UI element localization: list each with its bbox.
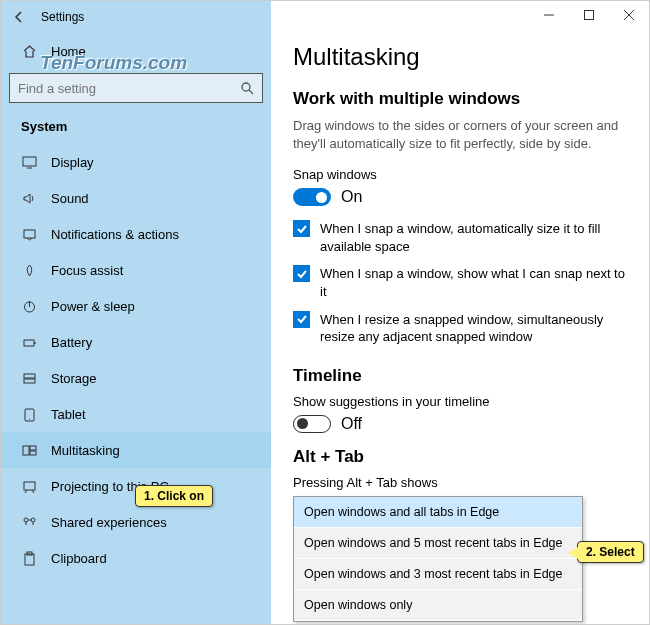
svg-rect-15 xyxy=(30,451,36,455)
shared-icon xyxy=(21,514,37,530)
alttab-label: Pressing Alt + Tab shows xyxy=(293,475,627,490)
snap-toggle-state: On xyxy=(341,188,362,206)
snap-checkbox-2[interactable] xyxy=(293,311,310,328)
snap-description: Drag windows to the sides or corners of … xyxy=(293,117,627,153)
svg-rect-13 xyxy=(23,446,29,455)
minimize-button[interactable] xyxy=(529,1,569,29)
clipboard-icon xyxy=(21,550,37,566)
maximize-button[interactable] xyxy=(569,1,609,29)
sidebar-item-sound[interactable]: Sound xyxy=(1,180,271,216)
svg-rect-16 xyxy=(24,482,35,490)
alttab-dropdown[interactable]: Open windows and all tabs in EdgeOpen wi… xyxy=(293,496,583,622)
snap-checkbox-1[interactable] xyxy=(293,265,310,282)
sidebar-item-notifications-actions[interactable]: Notifications & actions xyxy=(1,216,271,252)
alttab-option-0[interactable]: Open windows and all tabs in Edge xyxy=(294,497,582,528)
sidebar-item-multitasking[interactable]: Multitasking xyxy=(1,432,271,468)
svg-rect-4 xyxy=(24,230,35,238)
sidebar-item-label: Multitasking xyxy=(51,443,120,458)
sidebar-item-clipboard[interactable]: Clipboard xyxy=(1,540,271,576)
svg-rect-8 xyxy=(34,342,36,344)
close-button[interactable] xyxy=(609,1,649,29)
back-icon[interactable] xyxy=(11,9,27,25)
snap-label: Snap windows xyxy=(293,167,627,182)
snap-check-label: When I resize a snapped window, simultan… xyxy=(320,311,627,346)
home-link[interactable]: Home xyxy=(1,33,271,69)
snap-check-label: When I snap a window, show what I can sn… xyxy=(320,265,627,300)
svg-rect-10 xyxy=(24,379,35,383)
callout-select: 2. Select xyxy=(577,541,644,563)
search-icon xyxy=(240,81,254,95)
projecting-icon xyxy=(21,478,37,494)
timeline-label: Show suggestions in your timeline xyxy=(293,394,627,409)
timeline-toggle[interactable] xyxy=(293,415,331,433)
storage-icon xyxy=(21,370,37,386)
tablet-icon xyxy=(21,406,37,422)
sidebar-item-label: Shared experiences xyxy=(51,515,167,530)
svg-point-17 xyxy=(24,518,28,522)
svg-rect-14 xyxy=(30,446,36,450)
svg-line-1 xyxy=(249,90,253,94)
callout-click-on: 1. Click on xyxy=(135,485,213,507)
display-icon xyxy=(21,154,37,170)
svg-rect-19 xyxy=(25,554,34,565)
sidebar-item-label: Power & sleep xyxy=(51,299,135,314)
snap-check-label: When I snap a window, automatically size… xyxy=(320,220,627,255)
alttab-option-1[interactable]: Open windows and 5 most recent tabs in E… xyxy=(294,528,582,559)
sidebar-item-power-sleep[interactable]: Power & sleep xyxy=(1,288,271,324)
power-icon xyxy=(21,298,37,314)
alttab-option-3[interactable]: Open windows only xyxy=(294,590,582,621)
svg-rect-7 xyxy=(24,340,34,346)
snap-toggle[interactable] xyxy=(293,188,331,206)
alttab-option-2[interactable]: Open windows and 3 most recent tabs in E… xyxy=(294,559,582,590)
multitasking-icon xyxy=(21,442,37,458)
sidebar-item-label: Battery xyxy=(51,335,92,350)
sidebar-item-display[interactable]: Display xyxy=(1,144,271,180)
sidebar-item-label: Storage xyxy=(51,371,97,386)
home-label: Home xyxy=(51,44,86,59)
snap-heading: Work with multiple windows xyxy=(293,89,627,109)
notifications-icon xyxy=(21,226,37,242)
svg-rect-22 xyxy=(585,11,594,20)
sidebar-item-storage[interactable]: Storage xyxy=(1,360,271,396)
svg-point-0 xyxy=(242,83,250,91)
sidebar-item-label: Notifications & actions xyxy=(51,227,179,242)
battery-icon xyxy=(21,334,37,350)
sidebar-item-label: Focus assist xyxy=(51,263,123,278)
svg-point-12 xyxy=(28,418,29,419)
page-title: Multitasking xyxy=(293,43,627,71)
window-title: Settings xyxy=(41,10,84,24)
snap-checkbox-0[interactable] xyxy=(293,220,310,237)
focus-icon xyxy=(21,262,37,278)
sidebar-item-label: Clipboard xyxy=(51,551,107,566)
sidebar-item-tablet[interactable]: Tablet xyxy=(1,396,271,432)
alttab-heading: Alt + Tab xyxy=(293,447,627,467)
timeline-toggle-state: Off xyxy=(341,415,362,433)
svg-rect-2 xyxy=(23,157,36,166)
sidebar-item-label: Tablet xyxy=(51,407,86,422)
sidebar-item-label: Sound xyxy=(51,191,89,206)
search-input[interactable] xyxy=(18,81,218,96)
timeline-heading: Timeline xyxy=(293,366,627,386)
sidebar-item-battery[interactable]: Battery xyxy=(1,324,271,360)
section-label: System xyxy=(1,113,271,144)
sidebar-item-label: Display xyxy=(51,155,94,170)
sidebar-item-focus-assist[interactable]: Focus assist xyxy=(1,252,271,288)
sound-icon xyxy=(21,190,37,206)
home-icon xyxy=(21,43,37,59)
svg-point-18 xyxy=(31,518,35,522)
search-input-container[interactable] xyxy=(9,73,263,103)
sidebar-item-shared-experiences[interactable]: Shared experiences xyxy=(1,504,271,540)
svg-rect-9 xyxy=(24,374,35,378)
